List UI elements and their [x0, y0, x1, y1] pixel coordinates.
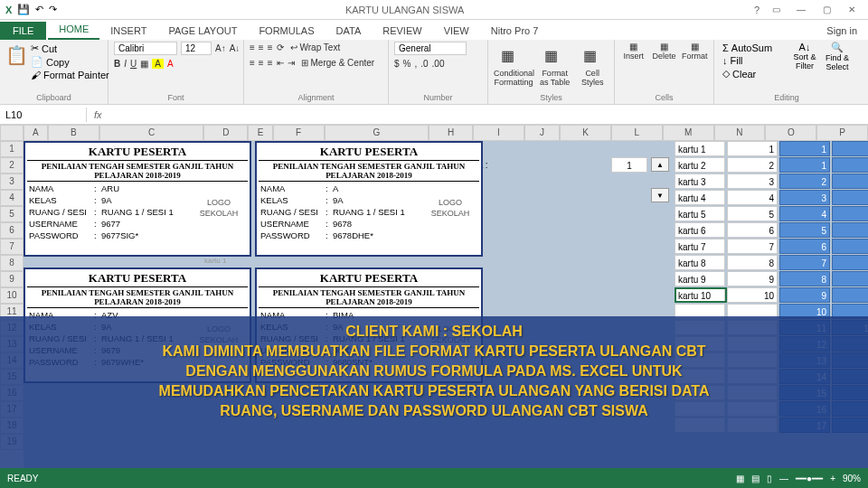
cell-L7[interactable]: kartu 7 — [675, 239, 725, 254]
col-header-M[interactable]: M — [663, 125, 714, 141]
border-icon[interactable]: ▦ — [140, 59, 148, 69]
cell-N8[interactable]: 7 — [779, 255, 830, 270]
col-header-D[interactable]: D — [203, 125, 248, 141]
tab-view[interactable]: VIEW — [433, 22, 480, 40]
bold-button[interactable]: B — [114, 59, 120, 69]
maximize-icon[interactable]: ▢ — [817, 4, 835, 16]
cell-M5[interactable]: 5 — [727, 206, 778, 221]
delete-cells-button[interactable]: ▦Delete — [651, 42, 678, 61]
cell-M10[interactable]: 10 — [727, 287, 778, 303]
underline-button[interactable]: U — [130, 59, 137, 69]
dec-decimal-icon[interactable]: .00 — [432, 59, 445, 69]
redo-icon[interactable]: ↷ — [49, 4, 57, 15]
cut-button[interactable]: ✂ Cut — [28, 42, 112, 55]
orientation-icon[interactable]: ⟳ — [277, 42, 284, 52]
cell-N5[interactable]: 4 — [779, 206, 830, 221]
col-header-N[interactable]: N — [714, 125, 766, 141]
tab-nitro[interactable]: Nitro Pro 7 — [480, 22, 550, 40]
col-header-F[interactable]: F — [273, 125, 325, 141]
cell-N6[interactable]: 5 — [779, 222, 830, 238]
tab-pagelayout[interactable]: PAGE LAYOUT — [157, 22, 248, 40]
autosum-button[interactable]: Σ AutoSum — [720, 42, 788, 54]
cell-O9[interactable]: 71 — [832, 271, 868, 286]
col-header-L[interactable]: L — [611, 125, 663, 141]
row-header-1[interactable]: 1 — [0, 141, 24, 157]
indent-dec-icon[interactable]: ⇤ — [277, 58, 284, 68]
cell-O8[interactable]: 61 — [832, 255, 868, 270]
inc-decimal-icon[interactable]: .0 — [420, 59, 428, 69]
zoom-slider[interactable]: ━━●━━ — [796, 474, 823, 483]
cell-L6[interactable]: kartu 6 — [675, 222, 725, 238]
row-header-9[interactable]: 9 — [0, 271, 24, 287]
comma-icon[interactable]: , — [414, 59, 417, 69]
conditional-formatting-button[interactable]: ▦ Conditional Formatting — [494, 42, 533, 87]
align-right-icon[interactable]: ≡ — [268, 58, 273, 68]
cell-L1[interactable]: kartu 1 — [675, 141, 725, 156]
merge-button[interactable]: ⊞ Merge & Center — [298, 57, 378, 69]
minimize-icon[interactable]: — — [792, 4, 810, 16]
font-color-icon[interactable]: A — [167, 59, 174, 69]
cell-M6[interactable]: 6 — [727, 222, 778, 238]
tab-insert[interactable]: INSERT — [99, 22, 157, 40]
row-header-8[interactable]: 8 — [0, 255, 24, 271]
cell-M8[interactable]: 8 — [727, 255, 778, 270]
cell-L9[interactable]: kartu 9 — [675, 271, 725, 286]
col-header-P[interactable]: P — [816, 125, 868, 141]
increase-font-icon[interactable]: A↑ — [215, 43, 226, 53]
col-header-I[interactable]: I — [473, 125, 524, 141]
fill-color-icon[interactable]: A — [152, 59, 164, 69]
col-header-B[interactable]: B — [48, 125, 99, 141]
tab-data[interactable]: DATA — [326, 22, 373, 40]
cell-M1[interactable]: 1 — [727, 141, 778, 156]
tab-review[interactable]: REVIEW — [372, 22, 432, 40]
decrease-font-icon[interactable]: A↓ — [230, 43, 241, 53]
cell-L5[interactable]: kartu 5 — [675, 206, 725, 221]
cell-M2[interactable]: 2 — [727, 157, 778, 173]
align-mid-icon[interactable]: ≡ — [259, 42, 264, 52]
save-icon[interactable]: 💾 — [17, 4, 30, 15]
cell-O4[interactable]: 21 — [832, 190, 868, 205]
cell-O2[interactable]: 1 — [832, 157, 868, 173]
indent-inc-icon[interactable]: ⇥ — [288, 58, 295, 68]
fill-button[interactable]: ↓ Fill — [720, 54, 788, 67]
ribbon-toggle-icon[interactable]: ▭ — [767, 4, 785, 16]
currency-icon[interactable]: $ — [394, 59, 400, 69]
copy-button[interactable]: 📄 Copy — [28, 55, 112, 69]
col-header-C[interactable]: C — [99, 125, 204, 141]
cell-M9[interactable]: 9 — [727, 271, 778, 286]
format-as-table-button[interactable]: ▦ Format as Table — [537, 42, 572, 87]
cell-styles-button[interactable]: ▦ Cell Styles — [576, 42, 609, 87]
row-header-6[interactable]: 6 — [0, 222, 24, 239]
italic-button[interactable]: I — [124, 59, 127, 69]
cell-N1[interactable]: 1 — [779, 141, 830, 156]
format-cells-button[interactable]: ▦Format — [681, 42, 708, 61]
insert-cells-button[interactable]: ▦Insert — [620, 42, 647, 61]
tab-formulas[interactable]: FORMULAS — [248, 22, 325, 40]
row-header-7[interactable]: 7 — [0, 239, 24, 255]
cell-O6[interactable]: 41 — [832, 222, 868, 238]
view-break-icon[interactable]: ▯ — [767, 474, 772, 483]
row-header-10[interactable]: 10 — [0, 287, 24, 304]
cell-N7[interactable]: 6 — [779, 239, 830, 254]
number-format-selector[interactable] — [394, 42, 467, 55]
cell-N10[interactable]: 9 — [779, 287, 830, 303]
percent-icon[interactable]: % — [403, 59, 411, 69]
col-header-H[interactable]: H — [429, 125, 473, 141]
cell-L3[interactable]: kartu 3 — [675, 174, 725, 189]
tab-file[interactable]: FILE — [0, 22, 46, 40]
col-header-E[interactable]: E — [248, 125, 272, 141]
format-painter-button[interactable]: 🖌 Format Painter — [28, 69, 112, 81]
hal-value[interactable]: 1 — [611, 157, 647, 173]
cell-N3[interactable]: 2 — [779, 174, 830, 189]
view-layout-icon[interactable]: ▤ — [751, 474, 760, 483]
align-center-icon[interactable]: ≡ — [259, 58, 264, 68]
cell-L4[interactable]: kartu 4 — [675, 190, 725, 205]
align-left-icon[interactable]: ≡ — [250, 58, 255, 68]
cell-M7[interactable]: 7 — [727, 239, 778, 254]
tab-home[interactable]: HOME — [48, 20, 99, 40]
col-header-J[interactable]: J — [524, 125, 560, 141]
cell-L2[interactable]: kartu 2 — [675, 157, 725, 173]
help-icon[interactable]: ? — [754, 5, 760, 15]
col-header-O[interactable]: O — [765, 125, 816, 141]
cell-L8[interactable]: kartu 8 — [675, 255, 725, 270]
